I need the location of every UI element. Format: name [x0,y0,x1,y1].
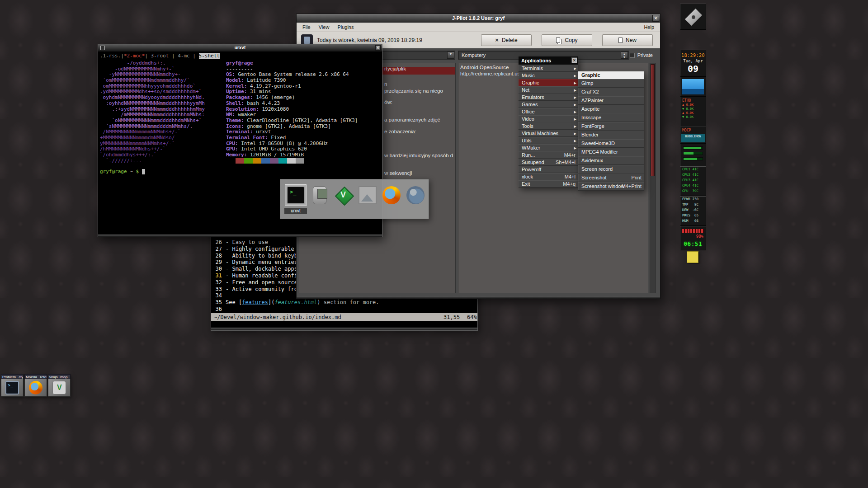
menu-item-mpeg4-modifier[interactable]: MPEG4 Modifier [578,148,644,156]
resize-handle[interactable] [98,235,382,237]
vim-line-text: - Active community fro [226,286,297,292]
new-button[interactable]: New [602,34,653,46]
menu-item-wmaker[interactable]: WMaker▸ [519,144,578,151]
terminal-tab[interactable]: *2-moc* [124,53,145,59]
bubblemon-water: BUBBLEMON [681,134,705,142]
terminal-tab[interactable]: 5-shell [199,53,220,59]
menu-item-label: Poweroff [522,167,541,172]
sticky-note-dockapp[interactable] [680,251,706,264]
menu-item-gimp[interactable]: Gimp [578,79,644,88]
launcher-item-vim[interactable] [333,184,354,206]
menu-view[interactable]: View [315,23,334,31]
vim-line-text: - Human readable confi [226,272,297,279]
menu-item-net[interactable]: Net▸ [519,86,578,94]
vim-line-text: - Small, dockable apps [226,266,297,272]
menu-item-run[interactable]: Run...M4+r [519,151,578,159]
launcher-item-web-browser[interactable] [405,184,426,206]
vim-line: 35See [features](features.html) section … [211,299,477,306]
network-monitor-dockapp[interactable]: ETH0▲ 0.0K▼ 0.0K▲ 0.0K▼ 0.0K [680,97,706,127]
menu-item-virtual-machines[interactable]: Virtual Machines▸ [519,130,578,137]
delete-button[interactable]: × Delete [481,34,532,46]
menu-item-xlock[interactable]: xlockM4+l [519,173,578,180]
weather-row: TMP 8C [680,202,706,207]
miniwindow-problem-ctyl[interactable]: Problem...ctyl [1,374,24,397]
menu-item-video[interactable]: Video▸ [519,115,578,122]
meter-clock-dockapp[interactable]: 90%06:51 [680,226,706,250]
wmaker-clip[interactable] [680,4,706,30]
menu-item-utils[interactable]: Utils▸ [519,137,578,144]
terminal-tab[interactable]: | [121,53,124,59]
menu-item-azpainter[interactable]: AZPainter [578,96,644,105]
vim-line-text: - Dynamic menu entries [226,259,297,265]
menu-item-label: Run... [522,152,535,158]
vertical-scrollbar[interactable] [650,63,656,293]
jpilot-titlebar[interactable]: J-Pilot 1.8.2 User: gryf × [297,14,660,23]
menu-item-grafx2[interactable]: GraFX2 [578,88,644,96]
menu-item-screenshot[interactable]: ScreenshotPrint [578,174,644,182]
menu-item-exit[interactable]: ExitM4+q [519,180,578,188]
menu-plugins[interactable]: Plugins [333,23,358,31]
launcher-item-firefox[interactable] [381,184,402,206]
submenu-arrow-icon: ▸ [574,130,576,137]
vim-line-number: 27 [211,246,222,253]
load-monitor-dockapp[interactable] [680,144,706,166]
miniwindow-mozilla-refox[interactable]: Mozilla...refox [24,374,47,397]
palm-icon [313,186,326,204]
menu-file[interactable]: File [298,23,315,31]
menu-item-aseprite[interactable]: Aseprite [578,105,644,113]
net-interface-label: ETH0 [680,97,706,103]
launcher-item-palm[interactable] [309,184,330,206]
applications-menu-title[interactable]: Applications × [519,56,578,65]
chevron-down-icon[interactable]: ▼ [447,52,454,59]
menu-item-tools[interactable]: Tools▸ [519,122,578,130]
info-value: Intel i7-8650U (8) @ 4.200GHz [241,141,328,146]
close-icon[interactable]: × [571,57,577,63]
menu-item-games[interactable]: Games▸ [519,101,578,108]
miniaturize-icon[interactable] [100,46,105,50]
menu-item-shortcut: Sh+M4+l [556,159,576,166]
menu-item-blender[interactable]: Blender [578,131,644,139]
applications-menu-title-text: Applications [521,58,551,63]
terminal-cursor[interactable] [142,169,145,174]
vim-line-text: - Ability to bind keyb [226,253,297,259]
close-icon[interactable]: × [375,45,381,51]
menu-item-sweethome3d[interactable]: SweetHome3D [578,139,644,148]
spinner-arrows-icon[interactable]: ▲▼ [621,52,628,59]
weather-row: PRES 65 [680,213,706,218]
menu-help[interactable]: Help [640,23,658,31]
led-clock: 06:51 [680,241,706,247]
menu-item-music[interactable]: Music▸ [519,72,578,79]
temperature-monitor-dockapp[interactable]: CPU1 41CCPU2 41CCPU3 41CCPU4 41CGPU 39C [680,166,706,196]
menu-item-inkscape[interactable]: Inkscape [578,113,644,122]
menu-item-screenshot-window[interactable]: Screenshot windowM4+Print [578,182,644,191]
menu-item-emulators[interactable]: Emulators▸ [519,94,578,101]
resize-handle[interactable] [211,328,477,330]
menu-item-poweroff[interactable]: Poweroff [519,166,578,173]
terminal-tab[interactable]: .1-rss. [100,53,121,59]
neofetch-user-host: gryf@rage [226,61,358,66]
scrollbar-thumb[interactable] [651,64,655,176]
pager-dockapp[interactable] [680,77,706,97]
miniwindow-vimja-imap[interactable]: vimja_imap... [48,374,71,397]
launcher-item-urxvt[interactable] [285,184,307,206]
menu-item-susupend[interactable]: SusupendSh+M4+l [519,159,578,166]
resize-handle[interactable] [297,296,660,299]
graphic-submenu-title[interactable]: Graphic [578,71,644,79]
private-checkbox[interactable] [630,53,635,58]
close-icon[interactable]: × [652,15,659,22]
menu-item-graphic[interactable]: Graphic▸ [519,79,578,86]
private-checkbox-group[interactable]: Private [630,52,653,58]
menu-item-avidemux[interactable]: Avidemux [578,156,644,165]
copy-button[interactable]: Copy [542,34,592,46]
terminal-titlebar[interactable]: urxvt × [98,44,382,52]
info-label: Packages: [226,94,256,100]
menu-item-office[interactable]: Office▸ [519,108,578,115]
clock-dockapp[interactable]: 18:29:20Tue, Apr09 [680,50,706,77]
bubblemon-dockapp[interactable]: MOCPBUBBLEMON [680,127,706,144]
weather-station-dockapp[interactable]: EPWR 230TMP 8CDEW -6CPRES 65HUM 66 [680,196,706,226]
terminal-tab[interactable]: | 3-root | 4-mc | [145,53,198,59]
launcher-item-image-viewer[interactable] [357,184,378,206]
menu-item-terminals[interactable]: Terminals▸ [519,65,578,72]
menu-item-screen-record[interactable]: Screen record [578,165,644,174]
menu-item-fontforge[interactable]: FontForge [578,122,644,131]
